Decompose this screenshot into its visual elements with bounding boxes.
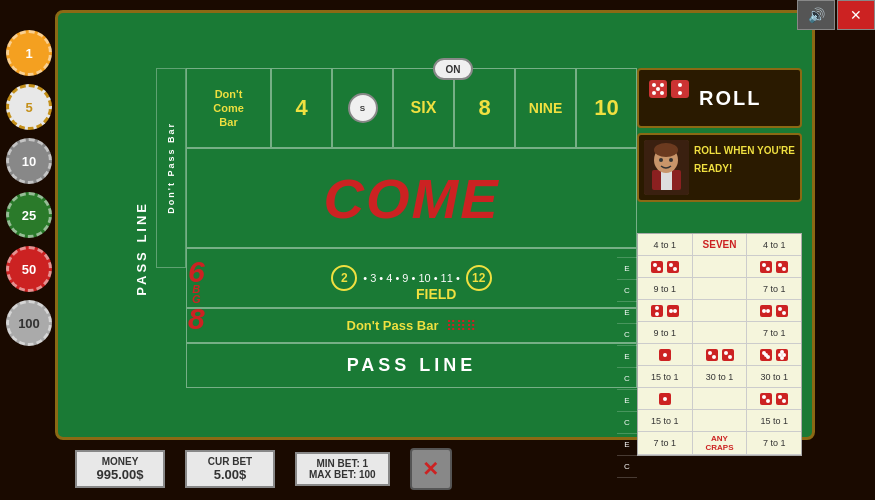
delete-icon: ✕ xyxy=(422,457,439,481)
svg-point-42 xyxy=(712,355,716,359)
cur-bet-value: 5.00$ xyxy=(199,467,261,482)
svg-point-0 xyxy=(652,83,656,87)
ec-c-1: C xyxy=(617,280,637,302)
chip-100[interactable]: 100 xyxy=(6,300,52,346)
max-bet-label: MAX BET: 100 xyxy=(309,469,376,480)
field-area[interactable]: 2 • 3 • 4 • 9 • 10 • 11 • 12 FIELD xyxy=(186,248,637,308)
svg-point-28 xyxy=(655,312,659,316)
info-bar: MONEY 995.00$ CUR BET 5.00$ MIN BET: 1 M… xyxy=(55,448,875,490)
dealer-area: ROLL WHEN YOU'RE READY! xyxy=(637,133,802,202)
volume-button[interactable]: 🔊 xyxy=(797,0,835,30)
payout-cell-9-3: 15 to 1 xyxy=(747,410,801,431)
field-label: FIELD xyxy=(416,285,456,303)
svg-point-27 xyxy=(655,306,659,310)
payout-row-6 xyxy=(638,344,801,366)
payout-row-1: 4 to 1 SEVEN 4 to 1 xyxy=(638,234,801,256)
svg-point-1 xyxy=(660,83,664,87)
svg-point-21 xyxy=(762,263,766,267)
payout-dice-4-1 xyxy=(638,300,693,321)
payout-dice-8-2 xyxy=(693,388,748,409)
roll-button[interactable]: ROLL xyxy=(637,68,802,128)
come-area[interactable]: COME xyxy=(186,148,637,248)
svg-point-12 xyxy=(659,158,663,162)
svg-point-31 xyxy=(673,309,677,313)
close-icon: ✕ xyxy=(850,7,862,23)
cur-bet-box: CUR BET 5.00$ xyxy=(185,450,275,488)
svg-rect-40 xyxy=(706,349,718,361)
payout-dice-4-3 xyxy=(747,300,801,321)
delete-button[interactable]: ✕ xyxy=(410,448,452,490)
ec-column: E C E C E C E C E C xyxy=(617,233,637,478)
svg-rect-17 xyxy=(667,261,679,273)
number-8[interactable]: 8 xyxy=(454,68,515,148)
payout-cell-3-1: 9 to 1 xyxy=(638,278,693,299)
svg-point-30 xyxy=(669,309,673,313)
pass-line-bottom[interactable]: PASS LINE xyxy=(186,343,637,388)
payout-dice-6-1 xyxy=(638,344,693,365)
chip-10[interactable]: 10 xyxy=(6,138,52,184)
dice-face-1 xyxy=(649,80,667,98)
payout-dice-6-2 xyxy=(693,344,748,365)
volume-icon: 🔊 xyxy=(808,7,825,23)
payout-cell-3-3: 7 to 1 xyxy=(747,278,801,299)
payout-cell-5-2 xyxy=(693,322,748,343)
svg-point-25 xyxy=(782,267,786,271)
payout-row-2 xyxy=(638,256,801,278)
dont-pass-label: Don't Pass Bar xyxy=(347,318,439,333)
svg-point-59 xyxy=(766,399,770,403)
dont-pass-bar-bottom[interactable]: Don't Pass Bar ⠿⠿⠿ xyxy=(186,308,637,343)
number-4[interactable]: 4 xyxy=(271,68,332,148)
svg-point-44 xyxy=(724,351,728,355)
on-button[interactable]: ON xyxy=(433,58,473,80)
pass-line-vertical-label: PASS LINE xyxy=(134,201,149,296)
ec-e-4: E xyxy=(617,390,637,412)
svg-rect-57 xyxy=(760,393,772,405)
number-5[interactable]: S xyxy=(332,68,393,148)
payout-dice-2-1 xyxy=(638,256,693,277)
payout-row-7: 15 to 1 30 to 1 30 to 1 xyxy=(638,366,801,388)
svg-point-5 xyxy=(678,83,682,87)
payout-cell-7-2: 30 to 1 xyxy=(693,366,748,387)
ec-c-2: C xyxy=(617,324,637,346)
close-button[interactable]: ✕ xyxy=(837,0,875,30)
svg-point-45 xyxy=(728,355,732,359)
svg-rect-20 xyxy=(760,261,772,273)
svg-rect-35 xyxy=(776,305,788,317)
chip-1[interactable]: 1 xyxy=(6,30,52,76)
puck: S xyxy=(348,93,378,123)
svg-point-39 xyxy=(663,353,667,357)
field-dots: • 3 • 4 • 9 • 10 • 11 • xyxy=(363,272,460,284)
svg-point-36 xyxy=(778,307,782,311)
svg-point-3 xyxy=(660,91,664,95)
payout-dice-2-3 xyxy=(747,256,801,277)
svg-point-49 xyxy=(764,353,768,357)
field-circle-12: 12 xyxy=(466,265,492,291)
svg-point-11 xyxy=(654,143,678,157)
roll-label: ROLL xyxy=(699,87,761,110)
money-box: MONEY 995.00$ xyxy=(75,450,165,488)
dealer-speech-bubble: ROLL WHEN YOU'RE READY! xyxy=(694,140,795,176)
payout-dice-2-2 xyxy=(693,256,748,277)
dealer-avatar xyxy=(644,140,689,195)
number-nine[interactable]: NINE xyxy=(515,68,576,148)
payout-cell-7-1: 15 to 1 xyxy=(638,366,693,387)
chip-25[interactable]: 25 xyxy=(6,192,52,238)
number-10[interactable]: 10 xyxy=(576,68,637,148)
svg-point-13 xyxy=(669,158,673,162)
payout-row-9: 15 to 1 15 to 1 xyxy=(638,410,801,432)
svg-point-18 xyxy=(669,263,673,267)
svg-point-61 xyxy=(778,395,782,399)
min-bet-label: MIN BET: 1 xyxy=(309,458,376,469)
svg-point-58 xyxy=(762,395,766,399)
chip-5[interactable]: 5 xyxy=(6,84,52,130)
pass-line-bottom-label: PASS LINE xyxy=(347,355,477,376)
svg-point-62 xyxy=(782,399,786,403)
payout-row-4 xyxy=(638,300,801,322)
numbers-row: 4 S SIX 8 NINE 10 xyxy=(271,68,637,148)
dont-come-bar: Don'tComeBar xyxy=(186,68,271,148)
number-six[interactable]: SIX xyxy=(393,68,454,148)
svg-point-33 xyxy=(762,309,766,313)
payout-cell-9-2 xyxy=(693,410,748,431)
chip-50[interactable]: 50 xyxy=(6,246,52,292)
ec-e-1: E xyxy=(617,258,637,280)
